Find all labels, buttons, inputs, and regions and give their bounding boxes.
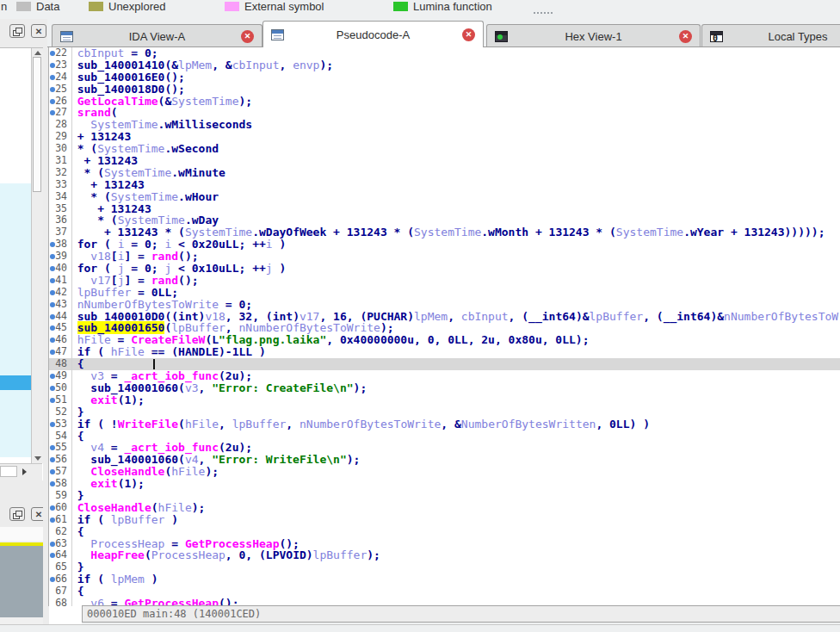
code-line[interactable]: 48 { — [49, 358, 840, 370]
code-line[interactable]: 44 sub_1400010D0((int)v18, 32, (int)v17,… — [49, 311, 840, 323]
scrollbar-thumb[interactable] — [33, 57, 41, 192]
code-text: GetLocalTime(&SystemTime); — [64, 96, 252, 108]
code-text: sub_1400016E0(); — [64, 71, 185, 84]
code-line[interactable]: 61 if ( lpBuffer ) — [49, 514, 840, 526]
code-line[interactable]: 62 { — [49, 526, 840, 538]
text-view-icon — [271, 29, 284, 40]
code-line[interactable]: 33 + 131243 — [49, 179, 840, 191]
code-line[interactable]: 31 + 131243 — [49, 155, 840, 167]
window-status-bar — [0, 624, 840, 632]
code-line[interactable]: 25 sub_1400018D0(); — [49, 84, 840, 96]
code-line[interactable]: 22 cbInput = 0; — [49, 47, 840, 59]
close-tab-icon[interactable]: ✕ — [241, 30, 254, 43]
close-window-button[interactable]: ✕ — [31, 24, 46, 38]
close-tab-icon[interactable]: ✕ — [679, 30, 692, 43]
tab-local-types[interactable]: 0 Local Types — [701, 24, 840, 47]
code-text: sub_140001060(v4, "Error: WriteFile\n"); — [64, 454, 360, 466]
code-text: } — [64, 561, 83, 573]
legend-item-external-symbol: External symbol — [225, 0, 324, 12]
code-line[interactable]: 57 CloseHandle(hFile); — [49, 466, 840, 478]
overview-area — [0, 546, 43, 617]
code-line[interactable]: 47 if ( hFile == (HANDLE)-1LL ) — [49, 346, 840, 358]
code-line[interactable]: 53 if ( !WriteFile(hFile, lpBuffer, nNum… — [49, 418, 840, 431]
code-line[interactable]: 37 + 131243 * (SystemTime.wDayOfWeek + 1… — [49, 226, 840, 239]
code-line[interactable]: 28 SystemTime.wMilliseconds — [49, 119, 840, 131]
code-line[interactable]: 29 + 131243 — [49, 131, 840, 143]
code-lines: 22 cbInput = 0;23 sub_140001410(&lpMem, … — [49, 47, 840, 606]
code-line[interactable]: 50 sub_140001060(v3, "Error: CreateFile\… — [49, 382, 840, 394]
close-tab-icon[interactable]: ✕ — [462, 28, 475, 41]
code-text: v18[i] = rand(); — [64, 251, 199, 263]
code-line[interactable]: 40 for ( j = 0; j < 0x10uLL; ++j ) — [49, 263, 840, 275]
code-line[interactable]: 66 if ( lpMem ) — [49, 573, 840, 586]
code-line[interactable]: 49 v3 = _acrt_iob_func(2u); — [49, 370, 840, 382]
code-text: exit(1); — [64, 394, 145, 406]
code-text: v4 = _acrt_iob_func(2u); — [64, 442, 252, 454]
code-line[interactable]: 39 v18[i] = rand(); — [49, 251, 840, 263]
tab-hex-view-1[interactable]: Hex View-1 ✕ — [486, 24, 701, 47]
code-line[interactable]: 23 sub_140001410(&lpMem, &cbInput, envp)… — [49, 59, 840, 71]
code-line[interactable]: 54 { — [49, 431, 840, 443]
tab-label: Hex View-1 — [508, 30, 679, 43]
legend-item-unexplored: Unexplored — [89, 0, 166, 12]
legend-label: Data — [36, 0, 59, 13]
graph-overview-panel[interactable] — [0, 527, 43, 624]
code-text: { — [64, 526, 83, 538]
code-text: * (SystemTime.wSecond — [64, 143, 219, 155]
scroll-up-icon[interactable] — [34, 51, 41, 55]
code-line[interactable]: 46 hFile = CreateFileW(L"flag.png.laika"… — [49, 334, 840, 346]
code-line[interactable]: 35 + 131243 — [49, 203, 840, 215]
text-view-icon — [60, 31, 73, 42]
scrollbar-track[interactable] — [0, 466, 17, 477]
tab-ida-view-a[interactable]: IDA View-A ✕ — [52, 24, 262, 47]
code-line[interactable]: 34 * (SystemTime.wHour — [49, 191, 840, 203]
code-line[interactable]: 43 nNumberOfBytesToWrite = 0; — [49, 299, 840, 311]
code-line[interactable]: 42 lpBuffer = 0LL; — [49, 287, 840, 299]
dock-splitter[interactable] — [0, 480, 47, 503]
code-line[interactable]: 24 sub_1400016E0(); — [49, 71, 840, 84]
code-line[interactable]: 58 exit(1); — [49, 478, 840, 490]
code-text: * (SystemTime.wHour — [64, 191, 219, 203]
code-text: sub_140001650(lpBuffer, nNumberOfBytesTo… — [64, 322, 394, 334]
code-line[interactable]: 27 srand( — [49, 107, 840, 119]
code-line[interactable]: 63 ProcessHeap = GetProcessHeap(); — [49, 538, 840, 550]
code-text: srand( — [64, 107, 118, 119]
code-line[interactable]: 45 sub_140001650(lpBuffer, nNumberOfByte… — [49, 322, 840, 334]
pseudocode-view[interactable]: 22 cbInput = 0;23 sub_140001410(&lpMem, … — [48, 47, 840, 606]
status-message: 000010ED main:48 (140001CED) — [82, 605, 840, 623]
code-line[interactable]: 32 * (SystemTime.wMinute — [49, 167, 840, 179]
panel-strip — [0, 527, 43, 541]
vertical-scrollbar[interactable] — [31, 48, 43, 463]
code-line[interactable]: 55 v4 = _acrt_iob_func(2u); — [49, 442, 840, 454]
code-line[interactable]: 59 } — [49, 490, 840, 502]
scroll-right-icon[interactable] — [22, 468, 27, 475]
code-line[interactable]: 56 sub_140001060(v4, "Error: WriteFile\n… — [49, 454, 840, 466]
code-line[interactable]: 67 { — [49, 586, 840, 598]
code-line[interactable]: 36 * (SystemTime.wDay — [49, 214, 840, 226]
code-text: sub_140001410(&lpMem, &cbInput, envp); — [64, 59, 333, 71]
code-line[interactable]: 38 for ( i = 0; i < 0x20uLL; ++i ) — [49, 239, 840, 251]
code-line[interactable]: 64 HeapFree(ProcessHeap, 0, (LPVOID)lpBu… — [49, 549, 840, 561]
code-line[interactable]: 51 exit(1); — [49, 394, 840, 406]
code-line[interactable]: 52 } — [49, 406, 840, 418]
code-line[interactable]: 26 GetLocalTime(&SystemTime); — [49, 96, 840, 108]
code-text: { — [64, 358, 83, 370]
horizontal-scrollbar[interactable] — [0, 463, 42, 480]
color-legend-bar: n Data Unexplored External symbol Lumina… — [0, 0, 840, 19]
float-window-button[interactable] — [9, 24, 25, 38]
code-text: hFile = CreateFileW(L"flag.png.laika", 0… — [64, 334, 590, 346]
code-text: } — [64, 406, 83, 418]
code-line[interactable]: 41 v17[j] = rand(); — [49, 275, 840, 287]
tab-pseudocode-a[interactable]: Pseudocode-A ✕ — [262, 21, 484, 47]
code-text: + 131243 * (SystemTime.wDayOfWeek + 1312… — [64, 226, 825, 239]
code-line[interactable]: 60 CloseHandle(hFile); — [49, 502, 840, 514]
docked-panel[interactable] — [0, 47, 43, 481]
splitter-handle-icon[interactable] — [534, 12, 535, 14]
panel-selected-item[interactable] — [0, 375, 31, 390]
code-line[interactable]: 65 } — [49, 561, 840, 573]
float-window-button[interactable] — [9, 507, 25, 521]
code-text: } — [64, 490, 83, 502]
panel-highlight-region — [0, 183, 31, 457]
scroll-down-icon[interactable] — [34, 456, 41, 461]
code-line[interactable]: 30 * (SystemTime.wSecond — [49, 143, 840, 155]
